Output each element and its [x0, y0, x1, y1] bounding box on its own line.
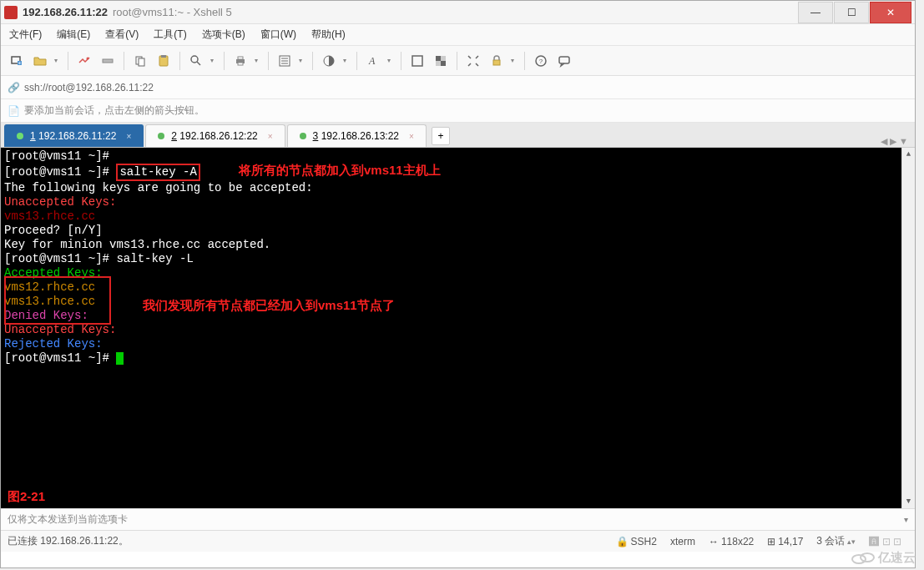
- properties-icon[interactable]: [275, 52, 294, 70]
- svg-point-29: [852, 555, 866, 563]
- status-dot-icon: [158, 133, 164, 139]
- disconnect-icon[interactable]: [98, 52, 117, 70]
- terminal-line: Key for minion vms13.rhce.cc accepted.: [4, 238, 911, 252]
- menu-tools[interactable]: 工具(T): [152, 26, 188, 43]
- bookmark-icon[interactable]: 📄: [8, 105, 19, 117]
- terminal-line: vms12.rhce.cc: [4, 280, 911, 295]
- print-icon[interactable]: [231, 52, 250, 70]
- input-dropdown-icon[interactable]: ▾: [904, 515, 908, 524]
- terminal-line: Unaccepted Keys:: [4, 323, 911, 337]
- maximize-button[interactable]: ☐: [834, 2, 869, 23]
- pos-icon: ⊞: [767, 536, 775, 547]
- find-icon[interactable]: [187, 52, 205, 70]
- status-sessions: 3 会话 ▴▾: [810, 534, 862, 548]
- svg-rect-21: [436, 56, 441, 61]
- terminal[interactable]: [root@vms11 ~]# [root@vms11 ~]# salt-key…: [1, 148, 915, 508]
- minimize-button[interactable]: —: [798, 2, 833, 23]
- transparent-icon[interactable]: [432, 52, 450, 70]
- title-host: 192.168.26.11:22: [23, 6, 108, 18]
- lock-icon[interactable]: [487, 52, 506, 70]
- link-icon: 🔗: [8, 82, 19, 93]
- scroll-track[interactable]: [902, 161, 915, 495]
- tab-session-1[interactable]: 1 192.168.26.11:22 ×: [4, 124, 144, 147]
- menu-help[interactable]: 帮助(H): [310, 26, 347, 43]
- status-connection: 已连接 192.168.26.11:22。: [8, 534, 609, 548]
- properties-dropdown[interactable]: ▾: [299, 52, 305, 70]
- status-ssh: 🔒SSH2: [609, 536, 664, 547]
- send-input[interactable]: 仅将文本发送到当前选项卡: [8, 512, 904, 527]
- tab-session-2[interactable]: 2 192.168.26.12:22 ×: [145, 124, 285, 147]
- ssh-icon: 🔒: [616, 536, 629, 547]
- fullscreen-icon[interactable]: [408, 52, 427, 70]
- menubar: 文件(F) 编辑(E) 查看(V) 工具(T) 选项卡(B) 窗口(W) 帮助(…: [1, 24, 915, 46]
- tabbar: 1 192.168.26.11:22 × 2 192.168.26.12:22 …: [1, 123, 915, 148]
- terminal-line: [root@vms11 ~]#: [4, 351, 911, 366]
- open-dropdown[interactable]: ▾: [54, 52, 61, 70]
- status-pos: ⊞14,17: [760, 536, 810, 547]
- font-dropdown[interactable]: ▾: [387, 52, 394, 70]
- font-icon[interactable]: A: [364, 52, 382, 70]
- terminal-line: Unaccepted Keys:: [4, 195, 911, 209]
- svg-text:+: +: [18, 60, 22, 65]
- find-dropdown[interactable]: ▾: [210, 52, 217, 70]
- tab-close-icon[interactable]: ×: [126, 132, 131, 141]
- tip-text: 要添加当前会话，点击左侧的箭头按钮。: [24, 103, 204, 118]
- terminal-scrollbar[interactable]: ▲ ▼: [901, 148, 915, 508]
- svg-point-3: [87, 57, 89, 59]
- terminal-line: [root@vms11 ~]# salt-key -A: [4, 164, 911, 181]
- tab-add-button[interactable]: +: [432, 127, 450, 145]
- copy-icon[interactable]: [131, 52, 149, 70]
- menu-view[interactable]: 查看(V): [104, 26, 140, 43]
- feedback-icon[interactable]: [555, 52, 573, 70]
- menu-tab[interactable]: 选项卡(B): [200, 26, 247, 43]
- input-bar: 仅将文本发送到当前选项卡 ▾: [1, 508, 915, 530]
- menu-window[interactable]: 窗口(W): [259, 26, 298, 43]
- annotation-text: 将所有的节点都加入到vms11主机上: [239, 163, 441, 177]
- close-button[interactable]: ✕: [870, 2, 911, 23]
- open-session-icon[interactable]: [31, 52, 49, 70]
- svg-point-9: [191, 56, 198, 63]
- reconnect-icon[interactable]: [75, 52, 93, 70]
- svg-rect-20: [412, 56, 422, 66]
- command-highlight-box: salt-key -A: [116, 164, 199, 181]
- title-subtitle: root@vms11:~ - Xshell 5: [113, 6, 232, 18]
- new-session-icon[interactable]: +: [8, 52, 26, 70]
- terminal-line: Denied Keys:: [4, 309, 911, 323]
- terminal-line: Rejected Keys:: [4, 337, 911, 351]
- svg-line-10: [197, 62, 200, 65]
- tab-close-icon[interactable]: ×: [409, 132, 414, 141]
- svg-rect-8: [161, 55, 166, 58]
- window-controls: — ☐ ✕: [797, 2, 911, 23]
- expand-icon[interactable]: [464, 52, 482, 70]
- paste-icon[interactable]: [154, 52, 173, 70]
- sessions-arrows-icon[interactable]: ▴▾: [847, 537, 856, 546]
- terminal-line: [root@vms11 ~]# salt-key -L: [4, 252, 911, 266]
- menu-file[interactable]: 文件(F): [8, 26, 43, 43]
- colorscheme-icon[interactable]: [320, 52, 338, 70]
- cursor-icon: [116, 352, 124, 365]
- addressbar: 🔗 ssh://root@192.168.26.11:22: [1, 76, 915, 99]
- tab-session-3[interactable]: 3 192.168.26.13:22 ×: [287, 124, 427, 147]
- tipbar: 📄 要添加当前会话，点击左侧的箭头按钮。: [1, 99, 915, 123]
- address-text[interactable]: ssh://root@192.168.26.11:22: [24, 82, 154, 93]
- tab-close-icon[interactable]: ×: [268, 132, 273, 141]
- print-dropdown[interactable]: ▾: [255, 52, 261, 70]
- menu-edit[interactable]: 编辑(E): [55, 26, 92, 43]
- scroll-up-icon[interactable]: ▲: [902, 148, 915, 161]
- help-icon[interactable]: ?: [532, 52, 550, 70]
- terminal-line: Accepted Keys:: [4, 266, 911, 280]
- status-term: xterm: [664, 536, 702, 547]
- status-size: ↔118x22: [702, 536, 760, 547]
- terminal-line: Proceed? [n/Y]: [4, 224, 911, 238]
- lock-dropdown[interactable]: ▾: [511, 52, 518, 70]
- colorscheme-dropdown[interactable]: ▾: [343, 52, 350, 70]
- toolbar: + ▾ ▾ ▾ ▾ ▾ A ▾ ▾ ?: [1, 46, 915, 76]
- highlight-box: [4, 276, 111, 325]
- titlebar: 192.168.26.11:22 root@vms11:~ - Xshell 5…: [1, 1, 915, 24]
- svg-rect-4: [103, 59, 113, 63]
- scroll-down-icon[interactable]: ▼: [902, 495, 915, 508]
- app-icon: [4, 6, 18, 19]
- svg-rect-23: [441, 56, 446, 61]
- tab-nav-buttons[interactable]: ◀ ▶ ▼: [874, 136, 915, 147]
- status-caps: 🅰 ⊡ ⊡: [862, 536, 908, 547]
